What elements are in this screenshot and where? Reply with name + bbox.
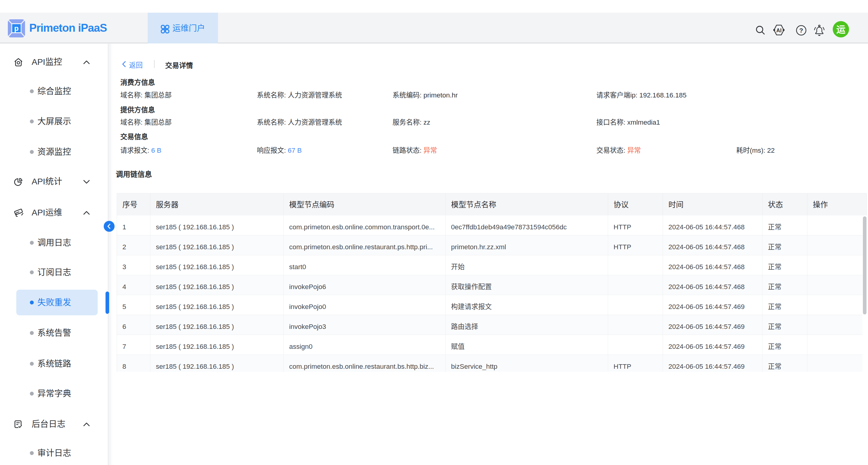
svg-text:?: ? <box>799 27 803 34</box>
svg-text:p: p <box>14 24 19 32</box>
svg-text:AI: AI <box>776 27 782 33</box>
